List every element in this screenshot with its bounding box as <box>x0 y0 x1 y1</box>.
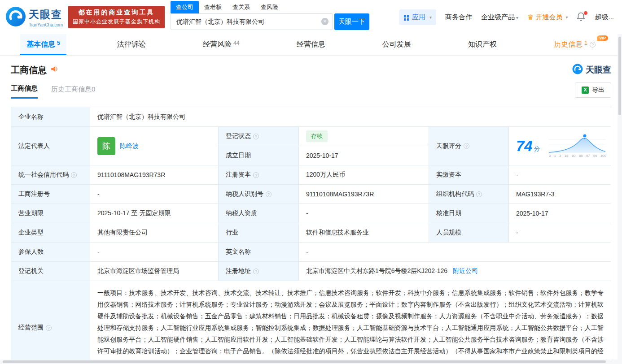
address-value: 北京市海淀区中关村东路1号院6号楼2层KJ202-126 <box>306 267 447 275</box>
vertical-scrollbar[interactable] <box>618 34 622 360</box>
score-chart: 0 1 3 15 50 85 97 99 100 <box>548 134 607 158</box>
tianyancha-logo-icon <box>572 64 583 76</box>
axis-tick: 97 <box>586 154 590 158</box>
help-icon[interactable]: ? <box>253 172 259 178</box>
export-button[interactable]: X 导出 <box>575 82 611 98</box>
table-row: 参保人数 - 英文名称 - <box>11 243 611 262</box>
establish-date-label: 成立日期 <box>219 146 299 165</box>
label-text: 登记状态 <box>226 132 251 140</box>
business-info-table: 企业名称 优谱汇智（北京）科技有限公司 法定代表人 陈 陈峰波 登记状态 ? 存… <box>11 107 611 364</box>
search-tab-risk[interactable]: 查风险 <box>255 1 284 13</box>
legal-rep-avatar[interactable]: 陈 <box>97 137 115 155</box>
tab-basic-info[interactable]: 基本信息 5 <box>20 34 66 55</box>
reg-no-value: - <box>90 185 219 204</box>
chevron-down-icon: ▾ <box>429 15 432 20</box>
staff-label: 人员规模 <box>429 223 509 243</box>
help-icon[interactable]: ? <box>253 134 259 139</box>
status-date-subtable: 登记状态 ? 存续 成立日期 2025-10-17 <box>219 127 429 165</box>
company-type-value: 其他有限责任公司 <box>90 223 219 243</box>
org-code-value: MAG193R7-3 <box>509 185 611 204</box>
search-input[interactable] <box>171 13 333 30</box>
enterprise-products-label: 企业级产品 <box>481 13 515 21</box>
tianyancha-logo-icon <box>5 6 26 29</box>
paid-capital-label: 实缴资本 <box>429 165 509 185</box>
help-icon[interactable]: ? <box>590 42 596 48</box>
nearby-companies-link[interactable]: 附近公司 <box>453 267 478 275</box>
approve-date-label: 核准日期 <box>429 204 509 223</box>
horizontal-scrollbar[interactable] <box>0 360 622 364</box>
tab-intellectual-property[interactable]: 知识产权 <box>462 34 503 55</box>
paid-capital-value: - <box>509 165 611 185</box>
table-row: 统一社会信用代码 ? 91110108MAG193R73R 注册资本 ? 120… <box>11 165 611 185</box>
apps-menu[interactable]: 应用 ▾ <box>399 9 436 25</box>
score-cell: 74 分 0 1 3 <box>509 127 611 165</box>
notifications-bell[interactable] <box>577 12 586 22</box>
tab-company-development[interactable]: 公司发展 <box>376 34 417 55</box>
help-icon[interactable]: ? <box>71 172 77 178</box>
legal-rep-label: 法定代表人 <box>11 127 90 165</box>
watermark-logo: 天眼查 <box>572 64 611 76</box>
horizontal-scrollbar-thumb[interactable] <box>3 360 606 363</box>
tianyancha-logo[interactable]: 天眼查 TianYanCha.com <box>5 6 63 29</box>
company-name-label: 企业名称 <box>11 107 90 127</box>
tab-label: 历史信息 <box>554 40 583 49</box>
tab-history-info[interactable]: 历史信息 1 ? VIP <box>548 34 602 55</box>
company-name-value: 优谱汇智（北京）科技有限公司 <box>90 107 611 127</box>
enterprise-products-link[interactable]: 企业级产品▾ <box>481 13 518 22</box>
vertical-scrollbar-thumb[interactable] <box>618 37 621 115</box>
subtab-business-info[interactable]: 工商信息 <box>11 84 38 99</box>
header-right-links: 应用 ▾ 商务合作 企业级产品▾ ♛ 开通会员 ▾ 超级... <box>399 0 614 34</box>
search-area: 查公司 查老板 查关系 查风险 ✕ 天眼一下 <box>171 1 369 30</box>
label-text: 统一社会信用代码 <box>18 171 69 179</box>
search-tab-relation[interactable]: 查关系 <box>227 1 255 13</box>
excel-icon: X <box>582 87 589 94</box>
staff-value: - <box>509 223 611 243</box>
super-vip-link[interactable]: 超级... <box>595 13 614 22</box>
tab-operating-info[interactable]: 经营信息 <box>290 34 332 55</box>
banner-line2: 国家中小企业发展子基金旗下机构 <box>73 18 160 26</box>
tab-legal-proceedings[interactable]: 法律诉讼 <box>111 34 152 55</box>
search-tab-company[interactable]: 查公司 <box>171 1 199 13</box>
label-text: 组织机构代码 <box>436 190 474 198</box>
axis-tick: 3 <box>559 154 561 158</box>
search-tab-boss[interactable]: 查老板 <box>199 1 227 13</box>
open-vip-link[interactable]: ♛ 开通会员 ▾ <box>527 13 568 22</box>
tab-count: 5 <box>57 40 60 46</box>
clear-icon[interactable]: ✕ <box>321 18 329 25</box>
tab-operating-risk[interactable]: 经营风险 44 <box>197 34 245 55</box>
help-icon[interactable]: ? <box>476 191 482 197</box>
table-row: 工商注册号 - 纳税人识别号 ? 91110108MAG193R73R 组织机构… <box>11 185 611 204</box>
reg-no-label: 工商注册号 <box>11 185 90 204</box>
tab-label: 基本信息 <box>26 40 55 49</box>
table-row: 企业名称 优谱汇智（北京）科技有限公司 <box>11 107 611 127</box>
subtab-history-business-info[interactable]: 历史工商信息0 <box>51 85 95 98</box>
scope-value: 一般项目：技术服务、技术开发、技术咨询、技术交流、技术转让、技术推广；信息技术咨… <box>90 281 611 364</box>
table-row: 营业期限 2025-10-17 至 无固定期限 纳税人资质 - 核准日期 202… <box>11 204 611 223</box>
help-icon[interactable]: ? <box>464 143 469 149</box>
business-cooperation-link[interactable]: 商务合作 <box>445 13 472 22</box>
help-icon[interactable]: ? <box>253 269 259 274</box>
label-text: 注册资本 <box>226 171 251 179</box>
org-code-label: 组织机构代码 ? <box>429 185 509 204</box>
credit-code-value: 91110108MAG193R73R <box>90 165 219 185</box>
announcement-icon <box>50 65 58 75</box>
logo-title: 天眼查 <box>29 8 63 22</box>
authority-value: 北京市海淀区市场监督管理局 <box>90 262 219 281</box>
score-value[interactable]: 74 <box>516 138 533 155</box>
legal-rep-name-link[interactable]: 陈峰波 <box>120 142 139 150</box>
help-icon[interactable]: ? <box>46 325 52 331</box>
search-button[interactable]: 天眼一下 <box>334 13 369 30</box>
section-header: 工商信息 天眼查 <box>0 56 622 76</box>
english-name-value: - <box>299 243 611 262</box>
scope-label: 经营范围 ? <box>11 281 90 364</box>
english-name-label: 英文名称 <box>219 243 299 262</box>
axis-tick: 85 <box>579 154 583 158</box>
label-text: 纳税人识别号 <box>226 190 263 198</box>
axis-tick: 15 <box>565 154 569 158</box>
tab-count: 44 <box>233 40 239 46</box>
axis-tick: 99 <box>593 154 597 158</box>
company-nav-tabs: 基本信息 5 法律诉讼 经营风险 44 经营信息 公司发展 知识产权 历史信息 … <box>0 34 622 56</box>
help-icon[interactable]: ? <box>266 191 272 197</box>
table-row: 经营范围 ? 一般项目：技术服务、技术开发、技术咨询、技术交流、技术转让、技术推… <box>11 281 611 364</box>
company-type-label: 企业类型 <box>11 223 90 243</box>
